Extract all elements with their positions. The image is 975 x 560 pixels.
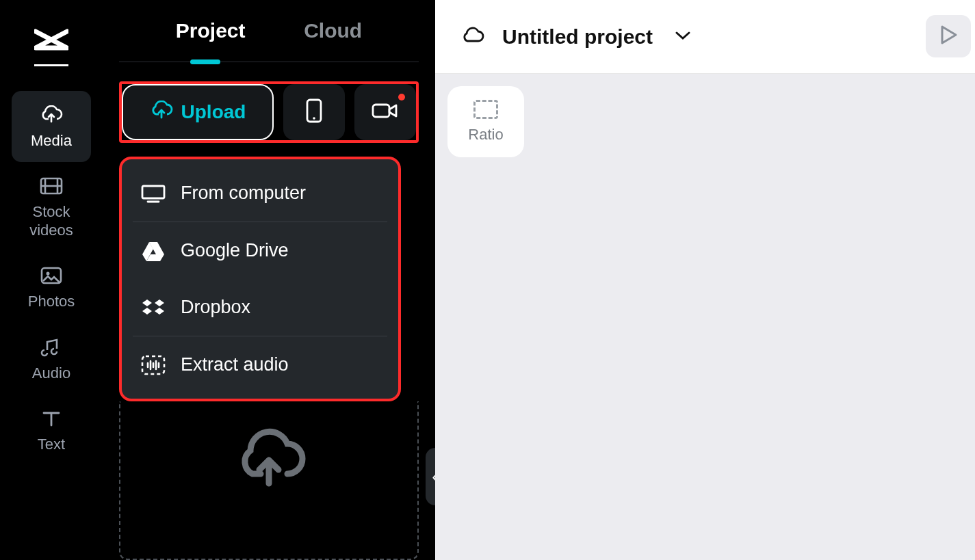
record-source-button[interactable] bbox=[354, 84, 416, 140]
cloud-upload-icon bbox=[40, 103, 63, 126]
sidebar-item-label: Audio bbox=[32, 364, 70, 382]
dropdown-label: Google Drive bbox=[181, 240, 289, 261]
panel-tabs: Project Cloud bbox=[119, 12, 419, 62]
dropdown-extract-audio[interactable]: Extract audio bbox=[126, 336, 394, 393]
ratio-button[interactable]: Ratio bbox=[447, 86, 524, 157]
music-note-icon bbox=[40, 336, 63, 359]
sidebar-item-label: Photos bbox=[28, 293, 75, 310]
google-drive-icon bbox=[141, 241, 166, 261]
sidebar-item-text[interactable]: Text bbox=[12, 395, 91, 466]
ratio-icon bbox=[473, 100, 498, 119]
sidebar-item-stock-videos[interactable]: Stock videos bbox=[12, 162, 91, 252]
editor-canvas[interactable]: Ratio bbox=[435, 74, 975, 560]
dropdown-label: Extract audio bbox=[181, 354, 289, 375]
extract-audio-icon bbox=[141, 355, 166, 375]
cloud-upload-icon bbox=[150, 101, 173, 124]
recording-indicator-dot bbox=[398, 94, 405, 101]
logo-underline bbox=[34, 64, 68, 66]
svg-point-7 bbox=[313, 117, 315, 120]
project-title[interactable]: Untitled project bbox=[502, 25, 653, 49]
dropdown-label: From computer bbox=[181, 183, 306, 204]
play-button[interactable] bbox=[926, 15, 971, 57]
media-panel: Project Cloud Upload From compu bbox=[103, 0, 435, 560]
chevron-down-icon[interactable] bbox=[675, 31, 691, 43]
phone-icon bbox=[306, 98, 322, 126]
upload-button-label: Upload bbox=[181, 101, 246, 123]
cloud-upload-large-icon bbox=[231, 426, 307, 490]
dropdown-label: Dropbox bbox=[181, 297, 250, 318]
sidebar-item-label: Stock videos bbox=[29, 203, 73, 239]
dropbox-icon bbox=[141, 297, 166, 318]
svg-rect-8 bbox=[373, 105, 389, 117]
sidebar-item-audio[interactable]: Audio bbox=[12, 323, 91, 395]
text-icon bbox=[40, 407, 63, 430]
cloud-icon bbox=[460, 26, 484, 48]
sidebar-item-media[interactable]: Media bbox=[12, 91, 91, 162]
dropdown-google-drive[interactable]: Google Drive bbox=[126, 222, 394, 279]
sidebar-item-label: Text bbox=[38, 436, 65, 453]
photo-icon bbox=[40, 264, 63, 287]
tab-project[interactable]: Project bbox=[176, 19, 246, 42]
app-logo bbox=[34, 27, 68, 55]
dropdown-dropbox[interactable]: Dropbox bbox=[126, 279, 394, 336]
editor-topbar: Untitled project bbox=[435, 0, 975, 74]
left-sidebar: Media Stock videos Photos Audio Text bbox=[0, 0, 103, 560]
upload-button[interactable]: Upload bbox=[122, 84, 274, 140]
upload-source-row: Upload bbox=[119, 81, 419, 143]
editor-right-area: Untitled project Ratio bbox=[435, 0, 975, 560]
svg-rect-9 bbox=[142, 186, 164, 198]
media-drop-zone[interactable] bbox=[119, 401, 419, 560]
camcorder-icon bbox=[372, 101, 399, 123]
sidebar-item-photos[interactable]: Photos bbox=[12, 252, 91, 323]
sidebar-item-label: Media bbox=[31, 132, 72, 150]
filmstrip-icon bbox=[40, 174, 63, 198]
svg-point-5 bbox=[47, 272, 50, 276]
upload-dropdown: From computer Google Drive Dropbox Extra… bbox=[119, 157, 401, 401]
tab-underline bbox=[190, 59, 220, 64]
monitor-icon bbox=[141, 183, 166, 204]
phone-source-button[interactable] bbox=[283, 84, 345, 140]
play-icon bbox=[939, 25, 958, 48]
dropdown-from-computer[interactable]: From computer bbox=[126, 165, 394, 222]
ratio-label: Ratio bbox=[468, 126, 503, 144]
tab-cloud[interactable]: Cloud bbox=[304, 19, 362, 42]
